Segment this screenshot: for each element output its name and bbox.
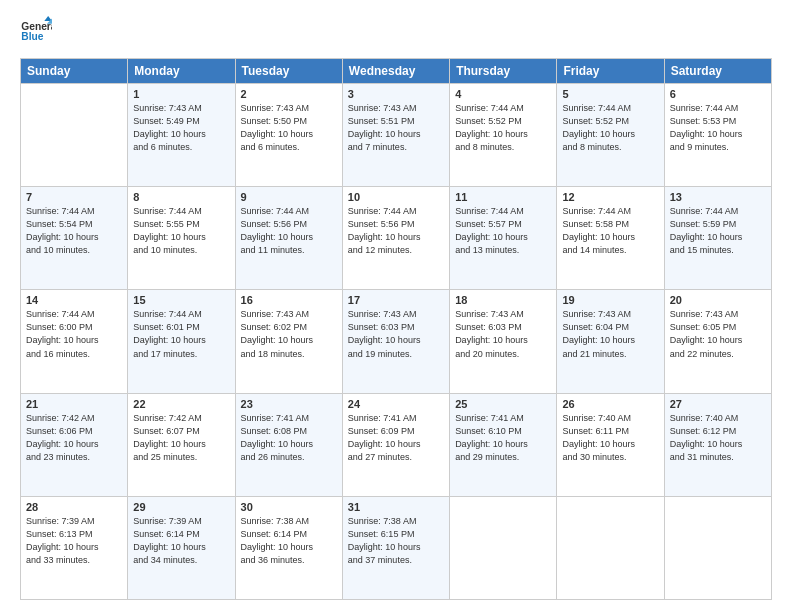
day-cell: 11Sunrise: 7:44 AM Sunset: 5:57 PM Dayli…: [450, 187, 557, 290]
day-info: Sunrise: 7:39 AM Sunset: 6:14 PM Dayligh…: [133, 515, 229, 567]
day-info: Sunrise: 7:42 AM Sunset: 6:06 PM Dayligh…: [26, 412, 122, 464]
day-number: 4: [455, 88, 551, 100]
day-cell: 2Sunrise: 7:43 AM Sunset: 5:50 PM Daylig…: [235, 84, 342, 187]
day-number: 28: [26, 501, 122, 513]
day-number: 1: [133, 88, 229, 100]
day-cell: 28Sunrise: 7:39 AM Sunset: 6:13 PM Dayli…: [21, 496, 128, 599]
day-number: 16: [241, 294, 337, 306]
day-info: Sunrise: 7:44 AM Sunset: 5:53 PM Dayligh…: [670, 102, 766, 154]
day-number: 7: [26, 191, 122, 203]
logo-icon: General Blue: [20, 16, 52, 48]
day-number: 11: [455, 191, 551, 203]
day-number: 5: [562, 88, 658, 100]
day-number: 8: [133, 191, 229, 203]
weekday-header-sunday: Sunday: [21, 59, 128, 84]
day-info: Sunrise: 7:44 AM Sunset: 5:58 PM Dayligh…: [562, 205, 658, 257]
header: General Blue: [20, 16, 772, 48]
day-info: Sunrise: 7:41 AM Sunset: 6:08 PM Dayligh…: [241, 412, 337, 464]
week-row-4: 21Sunrise: 7:42 AM Sunset: 6:06 PM Dayli…: [21, 393, 772, 496]
logo: General Blue: [20, 16, 52, 48]
day-info: Sunrise: 7:44 AM Sunset: 5:55 PM Dayligh…: [133, 205, 229, 257]
day-cell: 5Sunrise: 7:44 AM Sunset: 5:52 PM Daylig…: [557, 84, 664, 187]
day-info: Sunrise: 7:44 AM Sunset: 6:01 PM Dayligh…: [133, 308, 229, 360]
day-cell: 7Sunrise: 7:44 AM Sunset: 5:54 PM Daylig…: [21, 187, 128, 290]
week-row-1: 1Sunrise: 7:43 AM Sunset: 5:49 PM Daylig…: [21, 84, 772, 187]
weekday-header-row: SundayMondayTuesdayWednesdayThursdayFrid…: [21, 59, 772, 84]
day-cell: [21, 84, 128, 187]
day-info: Sunrise: 7:43 AM Sunset: 5:50 PM Dayligh…: [241, 102, 337, 154]
day-number: 18: [455, 294, 551, 306]
day-cell: [450, 496, 557, 599]
day-info: Sunrise: 7:38 AM Sunset: 6:15 PM Dayligh…: [348, 515, 444, 567]
day-number: 10: [348, 191, 444, 203]
weekday-header-saturday: Saturday: [664, 59, 771, 84]
day-info: Sunrise: 7:44 AM Sunset: 5:54 PM Dayligh…: [26, 205, 122, 257]
calendar-table: SundayMondayTuesdayWednesdayThursdayFrid…: [20, 58, 772, 600]
page: General Blue SundayMondayTuesdayWednesda…: [0, 0, 792, 612]
day-cell: 24Sunrise: 7:41 AM Sunset: 6:09 PM Dayli…: [342, 393, 449, 496]
day-number: 15: [133, 294, 229, 306]
week-row-3: 14Sunrise: 7:44 AM Sunset: 6:00 PM Dayli…: [21, 290, 772, 393]
weekday-header-thursday: Thursday: [450, 59, 557, 84]
day-cell: 29Sunrise: 7:39 AM Sunset: 6:14 PM Dayli…: [128, 496, 235, 599]
day-number: 6: [670, 88, 766, 100]
week-row-5: 28Sunrise: 7:39 AM Sunset: 6:13 PM Dayli…: [21, 496, 772, 599]
day-info: Sunrise: 7:41 AM Sunset: 6:09 PM Dayligh…: [348, 412, 444, 464]
day-info: Sunrise: 7:44 AM Sunset: 5:52 PM Dayligh…: [562, 102, 658, 154]
svg-text:Blue: Blue: [21, 31, 43, 42]
day-info: Sunrise: 7:40 AM Sunset: 6:12 PM Dayligh…: [670, 412, 766, 464]
day-number: 25: [455, 398, 551, 410]
day-cell: 20Sunrise: 7:43 AM Sunset: 6:05 PM Dayli…: [664, 290, 771, 393]
day-number: 20: [670, 294, 766, 306]
day-info: Sunrise: 7:43 AM Sunset: 6:02 PM Dayligh…: [241, 308, 337, 360]
day-number: 26: [562, 398, 658, 410]
day-cell: 23Sunrise: 7:41 AM Sunset: 6:08 PM Dayli…: [235, 393, 342, 496]
day-number: 21: [26, 398, 122, 410]
day-cell: 27Sunrise: 7:40 AM Sunset: 6:12 PM Dayli…: [664, 393, 771, 496]
day-cell: 15Sunrise: 7:44 AM Sunset: 6:01 PM Dayli…: [128, 290, 235, 393]
day-info: Sunrise: 7:38 AM Sunset: 6:14 PM Dayligh…: [241, 515, 337, 567]
weekday-header-friday: Friday: [557, 59, 664, 84]
day-info: Sunrise: 7:44 AM Sunset: 5:59 PM Dayligh…: [670, 205, 766, 257]
weekday-header-tuesday: Tuesday: [235, 59, 342, 84]
day-number: 23: [241, 398, 337, 410]
day-number: 14: [26, 294, 122, 306]
day-info: Sunrise: 7:43 AM Sunset: 6:03 PM Dayligh…: [455, 308, 551, 360]
weekday-header-wednesday: Wednesday: [342, 59, 449, 84]
day-info: Sunrise: 7:44 AM Sunset: 6:00 PM Dayligh…: [26, 308, 122, 360]
day-info: Sunrise: 7:42 AM Sunset: 6:07 PM Dayligh…: [133, 412, 229, 464]
day-cell: 22Sunrise: 7:42 AM Sunset: 6:07 PM Dayli…: [128, 393, 235, 496]
day-info: Sunrise: 7:43 AM Sunset: 6:04 PM Dayligh…: [562, 308, 658, 360]
day-info: Sunrise: 7:43 AM Sunset: 5:49 PM Dayligh…: [133, 102, 229, 154]
day-info: Sunrise: 7:40 AM Sunset: 6:11 PM Dayligh…: [562, 412, 658, 464]
day-info: Sunrise: 7:43 AM Sunset: 5:51 PM Dayligh…: [348, 102, 444, 154]
day-cell: 26Sunrise: 7:40 AM Sunset: 6:11 PM Dayli…: [557, 393, 664, 496]
day-number: 31: [348, 501, 444, 513]
day-info: Sunrise: 7:43 AM Sunset: 6:03 PM Dayligh…: [348, 308, 444, 360]
day-number: 17: [348, 294, 444, 306]
svg-text:General: General: [21, 21, 52, 32]
day-number: 24: [348, 398, 444, 410]
day-cell: 6Sunrise: 7:44 AM Sunset: 5:53 PM Daylig…: [664, 84, 771, 187]
day-cell: 4Sunrise: 7:44 AM Sunset: 5:52 PM Daylig…: [450, 84, 557, 187]
day-cell: 31Sunrise: 7:38 AM Sunset: 6:15 PM Dayli…: [342, 496, 449, 599]
day-number: 3: [348, 88, 444, 100]
weekday-header-monday: Monday: [128, 59, 235, 84]
day-info: Sunrise: 7:44 AM Sunset: 5:57 PM Dayligh…: [455, 205, 551, 257]
week-row-2: 7Sunrise: 7:44 AM Sunset: 5:54 PM Daylig…: [21, 187, 772, 290]
day-cell: 14Sunrise: 7:44 AM Sunset: 6:00 PM Dayli…: [21, 290, 128, 393]
day-cell: 1Sunrise: 7:43 AM Sunset: 5:49 PM Daylig…: [128, 84, 235, 187]
day-number: 30: [241, 501, 337, 513]
day-cell: 3Sunrise: 7:43 AM Sunset: 5:51 PM Daylig…: [342, 84, 449, 187]
day-info: Sunrise: 7:44 AM Sunset: 5:52 PM Dayligh…: [455, 102, 551, 154]
day-cell: 18Sunrise: 7:43 AM Sunset: 6:03 PM Dayli…: [450, 290, 557, 393]
day-number: 2: [241, 88, 337, 100]
day-cell: [664, 496, 771, 599]
day-number: 27: [670, 398, 766, 410]
day-cell: 30Sunrise: 7:38 AM Sunset: 6:14 PM Dayli…: [235, 496, 342, 599]
day-number: 19: [562, 294, 658, 306]
day-info: Sunrise: 7:43 AM Sunset: 6:05 PM Dayligh…: [670, 308, 766, 360]
day-cell: 9Sunrise: 7:44 AM Sunset: 5:56 PM Daylig…: [235, 187, 342, 290]
day-cell: [557, 496, 664, 599]
day-cell: 25Sunrise: 7:41 AM Sunset: 6:10 PM Dayli…: [450, 393, 557, 496]
